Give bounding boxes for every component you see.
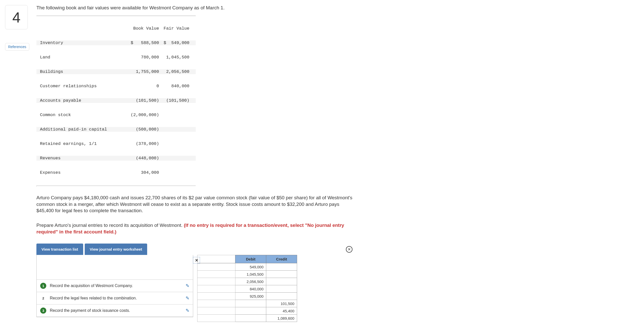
debit-cell[interactable] xyxy=(235,315,266,322)
account-cell[interactable] xyxy=(197,263,235,271)
step-badge: 2 xyxy=(40,295,46,301)
question-number-badge: 4 xyxy=(5,5,28,29)
credit-cell[interactable]: 45,400 xyxy=(266,307,297,315)
instruction-lead: Prepare Arturo's journal entries to reco… xyxy=(36,223,184,228)
debit-credit-table: Debit Credit 549,000 1,045,500 2,056,500… xyxy=(197,255,297,322)
row-bv: (378,000) xyxy=(122,141,159,146)
table-scroll-corner xyxy=(36,186,196,186)
close-icon[interactable]: ✕ xyxy=(346,246,352,253)
row-fv: (101,500) xyxy=(159,98,192,103)
debit-cell[interactable]: 925,000 xyxy=(235,293,266,300)
credit-cell[interactable] xyxy=(266,293,297,300)
transaction-row[interactable]: 2 Record the legal fees related to the c… xyxy=(37,292,193,304)
instruction-paragraph: Prepare Arturo's journal entries to reco… xyxy=(36,222,352,235)
row-fv xyxy=(159,113,192,117)
account-cell[interactable] xyxy=(197,293,235,300)
row-label: Accounts payable xyxy=(36,98,122,103)
row-bv: (500,000) xyxy=(122,127,159,132)
credit-cell[interactable] xyxy=(266,278,297,285)
transaction-row[interactable]: 3 Record the payment of stock issuance c… xyxy=(37,304,193,317)
row-fv: 1,045,500 xyxy=(159,55,192,60)
debit-cell[interactable]: 840,000 xyxy=(235,285,266,293)
credit-header: Credit xyxy=(266,255,297,263)
transaction-row[interactable]: 1 Record the acquisition of Westmont Com… xyxy=(37,280,193,292)
transaction-list-panel: ✕ 1 Record the acquisition of Westmont C… xyxy=(36,255,193,317)
edit-icon[interactable]: ✎ xyxy=(186,283,189,289)
row-bv: $ 588,500 xyxy=(122,40,159,45)
credit-cell[interactable]: 1,089,600 xyxy=(266,315,297,322)
scenario-paragraph: Arturo Company pays $4,180,000 cash and … xyxy=(36,194,352,214)
references-button[interactable]: References xyxy=(5,43,29,51)
account-cell[interactable] xyxy=(197,307,235,315)
debit-cell[interactable] xyxy=(235,300,266,307)
prompt-intro: The following book and fair values were … xyxy=(36,5,352,11)
account-cell[interactable] xyxy=(197,278,235,285)
row-fv xyxy=(159,170,192,175)
debit-cell[interactable]: 549,000 xyxy=(235,263,266,271)
row-bv: 780,000 xyxy=(122,55,159,60)
row-label: Revenues xyxy=(36,156,122,161)
row-bv: 1,755,000 xyxy=(122,69,159,74)
account-cell[interactable] xyxy=(197,315,235,322)
row-bv: (2,000,000) xyxy=(122,113,159,117)
credit-cell[interactable] xyxy=(266,271,297,278)
credit-cell[interactable]: 101,500 xyxy=(266,300,297,307)
edit-icon[interactable]: ✎ xyxy=(186,308,189,313)
transaction-text: Record the payment of stock issuance cos… xyxy=(50,308,186,313)
row-fv: 840,000 xyxy=(159,84,192,89)
panel-header-blank: ✕ xyxy=(37,255,193,280)
row-fv xyxy=(159,141,192,146)
row-fv xyxy=(159,156,192,161)
debit-cell[interactable]: 1,045,500 xyxy=(235,271,266,278)
row-bv: 0 xyxy=(122,84,159,89)
row-fv: 2,056,500 xyxy=(159,69,192,74)
edit-icon[interactable]: ✎ xyxy=(186,295,189,301)
transaction-text: Record the acquisition of Westmont Compa… xyxy=(50,284,186,288)
row-label: Buildings xyxy=(36,69,122,74)
col-header-book-value: Book Value xyxy=(122,26,159,31)
tab-view-transaction-list[interactable]: View transaction list xyxy=(36,244,83,255)
row-label: Retained earnings, 1/1 xyxy=(36,141,122,146)
row-label: Additional paid-in capital xyxy=(36,127,122,132)
row-label: Customer relationships xyxy=(36,84,122,89)
row-bv: (448,000) xyxy=(122,156,159,161)
credit-cell[interactable] xyxy=(266,263,297,271)
debit-header: Debit xyxy=(235,255,266,263)
step-badge: 1 xyxy=(40,283,46,289)
book-fair-value-table: Book Value Fair Value Inventory$ 588,500… xyxy=(36,16,196,185)
row-label: Expenses xyxy=(36,170,122,175)
col-header-fair-value: Fair Value xyxy=(159,26,192,31)
drag-handle-icon[interactable]: ✕ xyxy=(193,257,200,264)
credit-cell[interactable] xyxy=(266,285,297,293)
row-label: Land xyxy=(36,55,122,60)
row-fv: $ 549,000 xyxy=(159,40,192,45)
tab-view-journal-entry-worksheet[interactable]: View journal entry worksheet xyxy=(85,244,147,255)
debit-cell[interactable] xyxy=(235,307,266,315)
row-fv xyxy=(159,127,192,132)
account-cell[interactable] xyxy=(197,300,235,307)
step-badge: 3 xyxy=(40,308,46,314)
row-label: Inventory xyxy=(36,40,122,45)
row-bv: 304,000 xyxy=(122,170,159,175)
debit-cell[interactable]: 2,056,500 xyxy=(235,278,266,285)
row-bv: (101,500) xyxy=(122,98,159,103)
blank-header xyxy=(197,255,235,263)
transaction-text: Record the legal fees related to the com… xyxy=(50,296,186,300)
row-label: Common stock xyxy=(36,113,122,117)
account-cell[interactable] xyxy=(197,271,235,278)
account-cell[interactable] xyxy=(197,285,235,293)
